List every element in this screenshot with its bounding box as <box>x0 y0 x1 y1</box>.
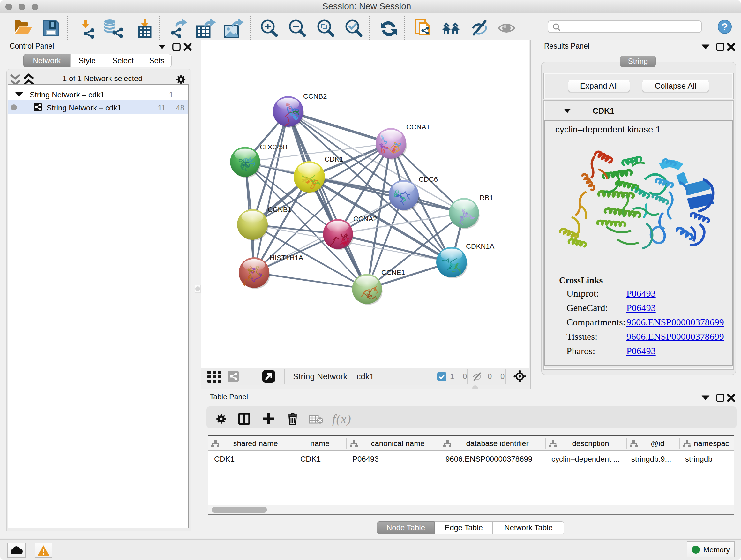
svg-text:HIST1H1A: HIST1H1A <box>270 254 303 262</box>
svg-text:CDKN1A: CDKN1A <box>466 242 495 250</box>
svg-text:CCNB1: CCNB1 <box>268 206 292 213</box>
svg-text:CCNA1: CCNA1 <box>406 123 430 131</box>
svg-text:CCNE1: CCNE1 <box>381 268 405 276</box>
svg-text:CCNB2: CCNB2 <box>303 92 327 100</box>
svg-text:RB1: RB1 <box>480 194 493 202</box>
svg-text:CCNA2: CCNA2 <box>353 215 377 223</box>
svg-text:?: ? <box>722 21 728 33</box>
svg-text:CDC6: CDC6 <box>419 175 438 183</box>
svg-text:CDK1: CDK1 <box>325 155 343 163</box>
svg-text:CDC25B: CDC25B <box>260 143 287 151</box>
